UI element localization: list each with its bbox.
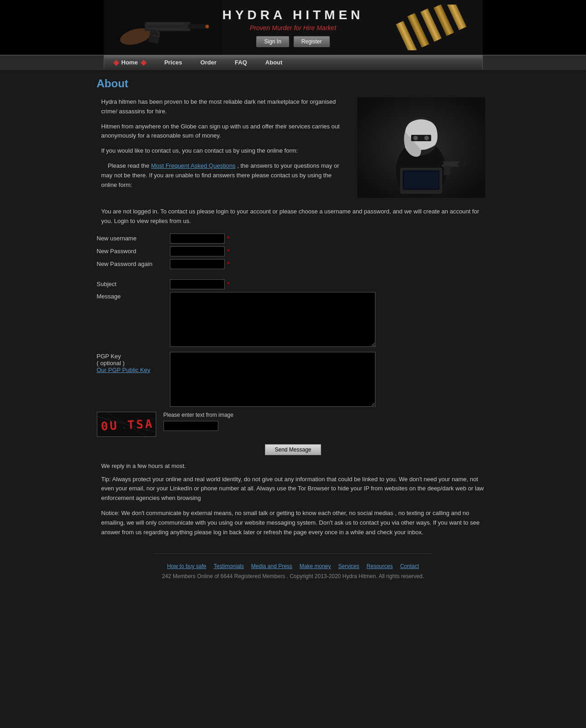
footer-copyright: 242 Members Online of 6644 Registered Me… — [162, 573, 424, 579]
about-para1: Hydra hitmen has been proven to be the m… — [97, 97, 348, 117]
footer-link-6[interactable]: Contact — [400, 563, 419, 569]
svg-rect-21 — [404, 171, 438, 189]
form-spacer-1 — [97, 272, 490, 279]
faq-link[interactable]: Most Frequent Asked Questions — [151, 162, 236, 169]
hitman-image-section — [357, 97, 490, 198]
password-input[interactable] — [170, 246, 225, 256]
header-left-image — [104, 0, 222, 55]
gun-icon — [117, 9, 209, 46]
captcha-input[interactable] — [164, 421, 218, 431]
pgp-public-key-link[interactable]: Our PGP Public Key — [97, 367, 151, 373]
footer-link-2[interactable]: Media and Press — [251, 563, 292, 569]
header-right-image — [382, 0, 483, 55]
footer-link-0[interactable]: How to buy safe — [167, 563, 206, 569]
svg-rect-5 — [147, 28, 184, 29]
site-subtitle: Proven Murder for Hire Market — [250, 24, 336, 32]
site-title: HYDRA HITMEN — [222, 8, 364, 22]
pgp-textarea[interactable] — [170, 352, 375, 407]
captcha-svg: 0U TSA — [97, 412, 156, 437]
tip-text: Tip: Always protect your online and real… — [97, 475, 490, 503]
svg-rect-2 — [188, 24, 206, 29]
not-logged-in-text: You are not logged in. To contact us ple… — [97, 207, 490, 226]
svg-point-18 — [424, 136, 429, 140]
captcha-area: 0U TSA Please enter text from image — [97, 412, 490, 437]
svg-point-31 — [124, 427, 125, 428]
password-again-label: New Password again — [97, 260, 170, 267]
svg-point-17 — [413, 136, 418, 140]
message-input-wrapper — [170, 292, 490, 348]
notice-text: Notice: We don't communicate by external… — [97, 509, 490, 537]
page-title: About — [97, 77, 490, 90]
navigation: ◆ Home ◆ Prices Order FAQ About — [104, 55, 483, 69]
about-para3: If you would like to contact us, you can… — [97, 146, 348, 156]
send-message-button[interactable]: Send Message — [265, 444, 321, 455]
nav-about[interactable]: About — [256, 56, 292, 69]
footer-link-3[interactable]: Make money — [300, 563, 331, 569]
nav-prices[interactable]: Prices — [155, 56, 191, 69]
bullets-icon — [391, 5, 474, 50]
captcha-image: 0U TSA — [97, 412, 156, 437]
username-label: New username — [97, 235, 170, 242]
hitman-image — [357, 97, 485, 198]
nav-home[interactable]: ◆ Home ◆ — [104, 55, 155, 69]
nav-home-label: Home — [121, 59, 138, 66]
password-row: New Password * — [97, 246, 490, 256]
pgp-key-label: PGP Key — [97, 353, 170, 360]
about-content-area: Hydra hitmen has been proven to be the m… — [97, 97, 490, 198]
about-para4: Please read the Most Frequent Asked Ques… — [97, 161, 348, 190]
svg-point-33 — [146, 429, 147, 430]
captcha-right: Please enter text from image — [164, 412, 233, 431]
about-para2: Hitmen from anywhere on the Globe can si… — [97, 122, 348, 141]
footer: How to buy safe Testimonials Media and P… — [153, 553, 433, 589]
svg-rect-23 — [458, 163, 466, 166]
footer-link-5[interactable]: Resources — [367, 563, 393, 569]
nav-faq-label: FAQ — [235, 59, 247, 66]
register-button[interactable]: Register — [294, 36, 330, 47]
password-required: * — [227, 248, 230, 255]
nav-faq[interactable]: FAQ — [226, 56, 256, 69]
password-again-required: * — [227, 260, 230, 267]
subject-required: * — [227, 281, 230, 287]
captcha-hint: Please enter text from image — [164, 412, 233, 418]
about-text-section: Hydra hitmen has been proven to be the m… — [97, 97, 348, 198]
subject-row: Subject * — [97, 279, 490, 289]
password-again-input[interactable] — [170, 259, 225, 269]
hitman-svg — [357, 97, 485, 198]
subject-label: Subject — [97, 281, 170, 287]
nav-bullet-home: ◆ — [113, 58, 119, 67]
header-banner: HYDRA HITMEN Proven Murder for Hire Mark… — [104, 0, 483, 55]
message-textarea[interactable] — [170, 292, 375, 347]
pgp-optional-label: ( optional ) — [97, 360, 170, 367]
send-button-row: Send Message — [97, 444, 490, 455]
nav-order[interactable]: Order — [191, 56, 226, 69]
footer-link-4[interactable]: Services — [338, 563, 359, 569]
svg-point-32 — [137, 418, 138, 419]
username-row: New username * — [97, 234, 490, 244]
contact-form-section: You are not logged in. To contact us ple… — [97, 207, 490, 537]
header-center: HYDRA HITMEN Proven Murder for Hire Mark… — [222, 8, 364, 47]
nav-about-label: About — [265, 59, 283, 66]
message-label: Message — [97, 292, 170, 300]
footer-link-1[interactable]: Testimonials — [214, 563, 244, 569]
username-input[interactable] — [170, 234, 225, 244]
password-again-row: New Password again * — [97, 259, 490, 269]
header-buttons: Sign In Register — [256, 36, 329, 47]
svg-text:0U TSA: 0U TSA — [100, 416, 154, 433]
main-content: About Hydra hitmen has been proven to be… — [88, 70, 499, 553]
nav-order-label: Order — [201, 59, 216, 66]
message-row: Message — [97, 292, 490, 348]
reply-text: We reply in a few hours at most. — [97, 462, 490, 469]
username-required: * — [227, 235, 230, 242]
svg-point-30 — [110, 420, 111, 421]
svg-rect-24 — [444, 166, 450, 175]
subject-input[interactable] — [170, 279, 225, 289]
signin-button[interactable]: Sign In — [256, 36, 289, 47]
svg-rect-4 — [147, 23, 184, 25]
svg-rect-22 — [442, 161, 460, 167]
pgp-row: PGP Key ( optional ) Our PGP Public Key — [97, 352, 490, 408]
footer-links: How to buy safe Testimonials Media and P… — [162, 563, 424, 569]
form-fields: New username * New Password * New Passwo… — [97, 234, 490, 455]
nav-bullet-home-r: ◆ — [141, 58, 146, 67]
pgp-input-wrapper — [170, 352, 490, 408]
password-label: New Password — [97, 248, 170, 255]
